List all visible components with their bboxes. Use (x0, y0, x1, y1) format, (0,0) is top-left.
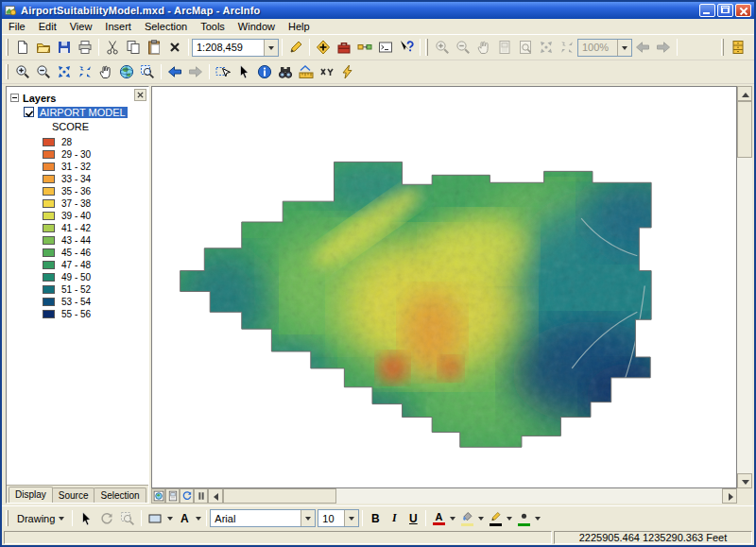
modelbuilder-button[interactable] (354, 38, 375, 58)
new-map-button[interactable] (12, 38, 33, 58)
save-button[interactable] (54, 38, 75, 58)
scroll-down-button[interactable] (737, 473, 752, 488)
zoom-out-tool-button[interactable] (33, 62, 54, 82)
zoom-to-selected-button[interactable] (137, 62, 158, 82)
layout-back-extent-button[interactable] (632, 38, 653, 58)
draw-select-elements-button[interactable] (76, 508, 96, 528)
font-color-button[interactable]: A (429, 509, 448, 528)
menu-item-window[interactable]: Window (232, 20, 282, 33)
legend-color-swatch[interactable] (43, 285, 55, 294)
horizontal-scrollbar[interactable] (208, 488, 737, 504)
whats-this-help-button[interactable] (396, 38, 417, 58)
go-forward-extent-button[interactable] (185, 62, 206, 82)
text-tool-dropdown[interactable] (194, 509, 203, 528)
select-features-button[interactable] (213, 62, 233, 82)
layer-name[interactable]: AIRPORT MODEL (38, 107, 128, 118)
find-button[interactable] (275, 62, 296, 82)
menu-item-view[interactable]: View (63, 20, 99, 33)
layout-zoom-percent-combo[interactable]: 100% (577, 39, 632, 57)
italic-button[interactable]: I (385, 509, 404, 528)
layout-whole-page-button[interactable] (494, 38, 515, 58)
layout-fixed-zoom-in-button[interactable] (536, 38, 557, 58)
layer-visibility-checkbox[interactable] (24, 107, 34, 117)
map-scale-combo[interactable]: 1:208,459 (192, 39, 279, 57)
text-tool-button[interactable]: A (175, 509, 194, 528)
map-canvas[interactable] (151, 86, 737, 488)
measure-button[interactable] (296, 62, 317, 82)
font-name-dropdown[interactable] (301, 510, 315, 526)
layout-fixed-zoom-out-button[interactable] (557, 38, 577, 58)
rotate-element-button[interactable] (96, 508, 117, 528)
restore-button[interactable] (717, 4, 733, 17)
legend-color-swatch[interactable] (43, 162, 55, 171)
legend-color-swatch[interactable] (43, 175, 55, 183)
marker-color-dropdown[interactable] (533, 509, 542, 528)
print-button[interactable] (75, 38, 95, 58)
legend-color-swatch[interactable] (43, 261, 55, 269)
legend-color-swatch[interactable] (43, 248, 55, 257)
toc-root-row[interactable]: Layers (10, 91, 148, 105)
layout-zoom-in-button[interactable] (432, 38, 453, 58)
layout-zoom-dropdown[interactable] (617, 40, 631, 56)
cut-button[interactable] (102, 38, 123, 58)
menu-item-edit[interactable]: Edit (32, 20, 63, 33)
scroll-right-button[interactable] (722, 488, 737, 504)
legend-color-swatch[interactable] (43, 273, 55, 282)
legend-color-swatch[interactable] (43, 212, 55, 220)
toolbar-grip[interactable] (721, 39, 724, 56)
fill-color-dropdown[interactable] (476, 509, 486, 528)
toolbar-grip[interactable] (6, 64, 9, 80)
legend-color-swatch[interactable] (43, 310, 55, 318)
line-color-dropdown[interactable] (505, 509, 514, 528)
font-name-combo[interactable]: Arial (210, 509, 316, 527)
legend-color-swatch[interactable] (43, 199, 55, 208)
fill-color-button[interactable] (457, 509, 476, 528)
editor-toolbar-button[interactable] (285, 38, 306, 58)
layout-view-button[interactable] (165, 488, 180, 504)
paste-button[interactable] (144, 38, 164, 58)
font-size-combo[interactable]: 10 (318, 509, 359, 527)
legend-color-swatch[interactable] (43, 298, 55, 306)
toc-layer-row[interactable]: AIRPORT MODEL (10, 105, 148, 119)
menu-item-help[interactable]: Help (282, 20, 317, 33)
toc-tab-display[interactable]: Display (9, 487, 53, 503)
toolbar-grip[interactable] (6, 39, 9, 56)
font-size-dropdown[interactable] (344, 510, 358, 526)
layout-100pct-button[interactable] (515, 38, 536, 58)
copy-button[interactable] (123, 38, 144, 58)
toc-tab-source[interactable]: Source (52, 487, 95, 503)
legend-color-swatch[interactable] (43, 187, 55, 196)
toolbar-grip[interactable] (425, 39, 428, 56)
command-line-button[interactable] (375, 38, 396, 58)
shape-tool-button[interactable] (145, 508, 165, 528)
close-button[interactable] (735, 4, 751, 17)
minimize-button[interactable] (699, 4, 715, 17)
fixed-zoom-in-button[interactable] (54, 62, 75, 82)
go-back-extent-button[interactable] (164, 62, 185, 82)
legend-color-swatch[interactable] (43, 224, 55, 232)
layout-zoom-out-button[interactable] (453, 38, 473, 58)
arctoolbox-button[interactable] (334, 38, 354, 58)
scroll-up-button[interactable] (737, 86, 752, 101)
open-map-button[interactable] (33, 38, 54, 58)
data-view-button[interactable] (151, 488, 165, 504)
identify-button[interactable] (254, 62, 275, 82)
vertical-scrollbar[interactable] (737, 86, 752, 488)
full-extent-button[interactable] (116, 62, 137, 82)
underline-button[interactable]: U (404, 509, 422, 528)
zoom-in-tool-button[interactable] (12, 62, 33, 82)
menu-item-tools[interactable]: Tools (194, 20, 232, 33)
hyperlink-button[interactable] (337, 62, 358, 82)
bold-button[interactable]: B (366, 509, 385, 528)
map-scale-dropdown[interactable] (264, 40, 278, 56)
delete-button[interactable] (164, 38, 185, 58)
layout-pan-button[interactable] (473, 38, 494, 58)
marker-color-button[interactable] (514, 509, 533, 528)
legend-color-swatch[interactable] (43, 150, 55, 159)
legend-color-swatch[interactable] (43, 138, 55, 146)
legend-color-swatch[interactable] (43, 236, 55, 245)
zoom-to-selected-elements-button[interactable] (117, 508, 138, 528)
vertical-scroll-thumb[interactable] (737, 101, 752, 158)
fixed-zoom-out-button[interactable] (75, 62, 95, 82)
horizontal-scroll-thumb[interactable] (223, 488, 336, 504)
